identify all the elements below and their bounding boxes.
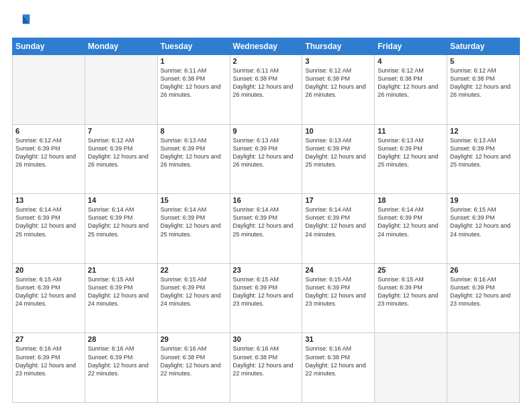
weekday-header: Thursday <box>302 38 375 55</box>
calendar-day-cell: 30Sunrise: 6:16 AM Sunset: 6:38 PM Dayli… <box>230 333 302 403</box>
calendar-day-cell: 27Sunrise: 6:16 AM Sunset: 6:39 PM Dayli… <box>13 333 85 403</box>
day-number: 29 <box>161 335 227 343</box>
calendar-day-cell: 6Sunrise: 6:12 AM Sunset: 6:39 PM Daylig… <box>13 124 85 194</box>
day-info: Sunrise: 6:14 AM Sunset: 6:39 PM Dayligh… <box>233 205 300 238</box>
day-number: 21 <box>88 266 154 274</box>
day-info: Sunrise: 6:12 AM Sunset: 6:39 PM Dayligh… <box>15 136 82 169</box>
day-info: Sunrise: 6:14 AM Sunset: 6:39 PM Dayligh… <box>88 205 154 238</box>
day-info: Sunrise: 6:12 AM Sunset: 6:38 PM Dayligh… <box>305 66 371 99</box>
calendar-day-cell <box>13 55 85 125</box>
calendar-day-cell: 5Sunrise: 6:12 AM Sunset: 6:38 PM Daylig… <box>447 55 520 125</box>
calendar-day-cell: 18Sunrise: 6:14 AM Sunset: 6:39 PM Dayli… <box>375 194 447 264</box>
page: SundayMondayTuesdayWednesdayThursdayFrid… <box>0 0 532 411</box>
calendar-day-cell: 15Sunrise: 6:14 AM Sunset: 6:39 PM Dayli… <box>157 194 230 264</box>
weekday-header: Monday <box>85 38 157 55</box>
day-number: 7 <box>88 127 154 135</box>
day-info: Sunrise: 6:16 AM Sunset: 6:39 PM Dayligh… <box>15 345 82 377</box>
day-number: 5 <box>450 57 517 65</box>
calendar-day-cell: 10Sunrise: 6:13 AM Sunset: 6:39 PM Dayli… <box>302 124 375 194</box>
calendar-day-cell: 22Sunrise: 6:15 AM Sunset: 6:39 PM Dayli… <box>157 263 230 333</box>
day-number: 11 <box>378 127 444 135</box>
day-number: 10 <box>305 127 371 135</box>
day-info: Sunrise: 6:15 AM Sunset: 6:39 PM Dayligh… <box>233 275 300 308</box>
weekday-header: Tuesday <box>157 38 230 55</box>
day-number: 1 <box>161 57 227 65</box>
day-number: 18 <box>378 196 444 204</box>
day-info: Sunrise: 6:16 AM Sunset: 6:38 PM Dayligh… <box>233 345 300 377</box>
calendar-day-cell: 12Sunrise: 6:13 AM Sunset: 6:39 PM Dayli… <box>447 124 520 194</box>
calendar-week-row: 13Sunrise: 6:14 AM Sunset: 6:39 PM Dayli… <box>13 194 520 264</box>
day-number: 17 <box>305 196 371 204</box>
day-info: Sunrise: 6:15 AM Sunset: 6:39 PM Dayligh… <box>378 275 444 308</box>
day-number: 23 <box>233 266 300 274</box>
day-number: 4 <box>378 57 444 65</box>
weekday-header: Saturday <box>447 38 520 55</box>
logo-icon <box>12 12 31 31</box>
day-info: Sunrise: 6:15 AM Sunset: 6:39 PM Dayligh… <box>450 205 517 238</box>
day-number: 28 <box>88 335 154 343</box>
calendar-day-cell: 11Sunrise: 6:13 AM Sunset: 6:39 PM Dayli… <box>375 124 447 194</box>
calendar-day-cell: 21Sunrise: 6:15 AM Sunset: 6:39 PM Dayli… <box>85 263 157 333</box>
calendar-day-cell: 25Sunrise: 6:15 AM Sunset: 6:39 PM Dayli… <box>375 263 447 333</box>
day-info: Sunrise: 6:16 AM Sunset: 6:38 PM Dayligh… <box>161 345 227 377</box>
calendar-day-cell: 17Sunrise: 6:14 AM Sunset: 6:39 PM Dayli… <box>302 194 375 264</box>
day-number: 15 <box>161 196 227 204</box>
day-info: Sunrise: 6:15 AM Sunset: 6:39 PM Dayligh… <box>15 275 82 308</box>
calendar-day-cell: 3Sunrise: 6:12 AM Sunset: 6:38 PM Daylig… <box>302 55 375 125</box>
day-number: 8 <box>161 127 227 135</box>
calendar-day-cell: 23Sunrise: 6:15 AM Sunset: 6:39 PM Dayli… <box>230 263 302 333</box>
header <box>12 12 520 31</box>
calendar-day-cell <box>375 333 447 403</box>
day-number: 27 <box>15 335 82 343</box>
calendar-day-cell: 19Sunrise: 6:15 AM Sunset: 6:39 PM Dayli… <box>447 194 520 264</box>
weekday-header: Sunday <box>13 38 85 55</box>
calendar-day-cell: 24Sunrise: 6:15 AM Sunset: 6:39 PM Dayli… <box>302 263 375 333</box>
calendar-day-cell: 8Sunrise: 6:13 AM Sunset: 6:39 PM Daylig… <box>157 124 230 194</box>
calendar-day-cell: 28Sunrise: 6:16 AM Sunset: 6:39 PM Dayli… <box>85 333 157 403</box>
calendar-day-cell <box>447 333 520 403</box>
day-number: 26 <box>450 266 517 274</box>
day-number: 3 <box>305 57 371 65</box>
calendar-day-cell: 16Sunrise: 6:14 AM Sunset: 6:39 PM Dayli… <box>230 194 302 264</box>
day-info: Sunrise: 6:13 AM Sunset: 6:39 PM Dayligh… <box>450 136 517 169</box>
calendar-week-row: 20Sunrise: 6:15 AM Sunset: 6:39 PM Dayli… <box>13 263 520 333</box>
day-number: 16 <box>233 196 300 204</box>
day-number: 12 <box>450 127 517 135</box>
day-number: 24 <box>305 266 371 274</box>
calendar: SundayMondayTuesdayWednesdayThursdayFrid… <box>12 38 520 403</box>
calendar-day-cell: 26Sunrise: 6:16 AM Sunset: 6:39 PM Dayli… <box>447 263 520 333</box>
day-info: Sunrise: 6:12 AM Sunset: 6:39 PM Dayligh… <box>88 136 154 169</box>
calendar-day-cell: 1Sunrise: 6:11 AM Sunset: 6:38 PM Daylig… <box>157 55 230 125</box>
day-info: Sunrise: 6:16 AM Sunset: 6:39 PM Dayligh… <box>88 345 154 377</box>
day-info: Sunrise: 6:15 AM Sunset: 6:39 PM Dayligh… <box>305 275 371 308</box>
calendar-day-cell: 2Sunrise: 6:11 AM Sunset: 6:38 PM Daylig… <box>230 55 302 125</box>
day-info: Sunrise: 6:16 AM Sunset: 6:39 PM Dayligh… <box>450 275 517 308</box>
weekday-header: Wednesday <box>230 38 302 55</box>
day-number: 30 <box>233 335 300 343</box>
day-info: Sunrise: 6:12 AM Sunset: 6:38 PM Dayligh… <box>378 66 444 99</box>
day-number: 22 <box>161 266 227 274</box>
day-number: 14 <box>88 196 154 204</box>
calendar-week-row: 1Sunrise: 6:11 AM Sunset: 6:38 PM Daylig… <box>13 55 520 125</box>
day-info: Sunrise: 6:11 AM Sunset: 6:38 PM Dayligh… <box>161 66 227 99</box>
day-info: Sunrise: 6:12 AM Sunset: 6:38 PM Dayligh… <box>450 66 517 99</box>
calendar-day-cell: 13Sunrise: 6:14 AM Sunset: 6:39 PM Dayli… <box>13 194 85 264</box>
day-number: 9 <box>233 127 300 135</box>
day-number: 19 <box>450 196 517 204</box>
day-info: Sunrise: 6:14 AM Sunset: 6:39 PM Dayligh… <box>15 205 82 238</box>
day-number: 6 <box>15 127 82 135</box>
weekday-row: SundayMondayTuesdayWednesdayThursdayFrid… <box>13 38 520 55</box>
day-info: Sunrise: 6:13 AM Sunset: 6:39 PM Dayligh… <box>305 136 371 169</box>
day-info: Sunrise: 6:14 AM Sunset: 6:39 PM Dayligh… <box>161 205 227 238</box>
calendar-day-cell: 29Sunrise: 6:16 AM Sunset: 6:38 PM Dayli… <box>157 333 230 403</box>
logo <box>12 12 34 31</box>
day-info: Sunrise: 6:13 AM Sunset: 6:39 PM Dayligh… <box>378 136 444 169</box>
day-info: Sunrise: 6:14 AM Sunset: 6:39 PM Dayligh… <box>305 205 371 238</box>
day-info: Sunrise: 6:14 AM Sunset: 6:39 PM Dayligh… <box>378 205 444 238</box>
calendar-day-cell: 14Sunrise: 6:14 AM Sunset: 6:39 PM Dayli… <box>85 194 157 264</box>
day-info: Sunrise: 6:13 AM Sunset: 6:39 PM Dayligh… <box>233 136 300 169</box>
calendar-week-row: 27Sunrise: 6:16 AM Sunset: 6:39 PM Dayli… <box>13 333 520 403</box>
day-info: Sunrise: 6:16 AM Sunset: 6:38 PM Dayligh… <box>305 345 371 377</box>
day-info: Sunrise: 6:15 AM Sunset: 6:39 PM Dayligh… <box>88 275 154 308</box>
weekday-header: Friday <box>375 38 447 55</box>
